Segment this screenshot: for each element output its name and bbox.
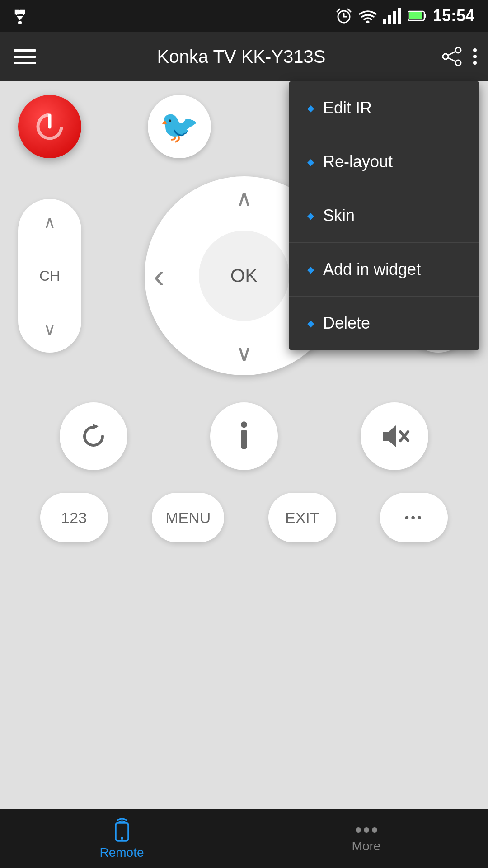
wifi-icon [359,9,377,23]
app-bar: Konka TV KK-Y313S [0,32,488,81]
exit-button[interactable]: EXIT [268,493,336,542]
menu-label: MENU [165,509,211,527]
exit-label: EXIT [285,509,319,527]
nav-item-more[interactable]: More [244,824,488,854]
ch-label: CH [39,268,60,284]
alarm-icon [335,7,352,24]
dropdown-label-re-layout: Re-layout [323,152,393,171]
svg-point-4 [366,21,369,24]
diamond-icon-delete: ◆ [307,318,314,329]
svg-point-13 [443,54,448,59]
dpad-left-button[interactable]: ‹ [154,257,164,294]
num-button[interactable]: 123 [40,493,108,542]
bottom-buttons-row: 123 MENU EXIT ••• [18,493,470,542]
info-icon [230,420,258,452]
dpad-down-icon: ∨ [236,340,253,366]
svg-point-31 [372,827,377,833]
app-bar-actions [442,47,479,66]
svg-point-0 [18,21,22,24]
diamond-icon-edit-ir: ◆ [307,103,314,113]
info-button[interactable] [210,402,278,470]
mute-icon [379,423,410,450]
dpad-up-icon: ∧ [236,185,253,212]
svg-line-16 [448,58,455,61]
status-bar-right-icons: 15:54 [335,6,474,25]
svg-point-14 [455,60,461,66]
mute-button[interactable] [361,402,428,470]
nav-remote-label: Remote [99,845,144,860]
dropdown-label-skin: Skin [323,206,355,225]
diamond-icon-re-layout: ◆ [307,156,314,167]
remote-nav-icon [109,817,135,843]
ch-up-icon [43,223,56,230]
nav-more-label: More [352,839,381,854]
power-icon [34,111,66,142]
share-icon[interactable] [442,47,462,66]
svg-point-19 [473,61,477,65]
svg-rect-7 [393,11,396,24]
status-bar: 15:54 [0,0,488,32]
svg-rect-5 [383,19,386,24]
bottom-nav: Remote More [0,809,488,868]
more-nav-icon [354,824,379,836]
dropdown-item-add-widget[interactable]: ◆ Add in widget [289,243,479,297]
dropdown-menu: ◆ Edit IR ◆ Re-layout ◆ Skin ◆ Add in wi… [289,81,479,350]
refresh-icon [78,420,109,452]
nav-item-remote[interactable]: Remote [0,817,244,860]
svg-marker-24 [383,425,396,447]
svg-rect-8 [398,8,401,24]
svg-point-17 [473,48,477,52]
svg-rect-6 [388,15,391,24]
ch-down-icon [43,330,56,336]
dropdown-item-delete[interactable]: ◆ Delete [289,297,479,350]
more-button-remote[interactable]: ••• [380,493,448,542]
svg-point-29 [356,827,361,833]
menu-line-1 [14,49,36,52]
menu-button-remote[interactable]: MENU [152,493,224,542]
refresh-button[interactable] [60,402,127,470]
dpad-down-button[interactable]: ∨ [236,340,253,366]
svg-point-12 [455,47,461,53]
svg-rect-11 [409,12,422,19]
app-title: Konka TV KK-Y313S [41,47,442,67]
usb-icon [14,7,26,25]
ok-button[interactable]: OK [199,231,289,321]
menu-button[interactable] [9,45,41,69]
diamond-icon-add-widget: ◆ [307,264,314,275]
ch-up-button[interactable] [43,212,56,232]
menu-line-3 [14,62,36,64]
power-button[interactable] [18,95,81,158]
dropdown-item-re-layout[interactable]: ◆ Re-layout [289,135,479,189]
logo-emoji: 🐦 [160,108,199,145]
ch-control: CH [18,199,81,353]
action-row [18,402,470,470]
svg-point-18 [473,55,477,58]
status-time: 15:54 [433,6,474,25]
dpad-left-icon: ‹ [154,257,164,294]
dropdown-label-edit-ir: Edit IR [323,99,372,118]
dpad-up-button[interactable]: ∧ [236,185,253,212]
svg-rect-10 [424,14,426,18]
svg-point-22 [241,421,247,428]
svg-point-28 [121,837,123,840]
dropdown-item-skin[interactable]: ◆ Skin [289,189,479,243]
dropdown-label-add-widget: Add in widget [323,260,421,279]
svg-line-15 [448,52,455,55]
logo-button[interactable]: 🐦 [148,95,211,158]
overflow-menu-icon[interactable] [471,47,479,66]
ch-down-button[interactable] [43,319,56,339]
menu-line-2 [14,56,36,58]
dropdown-item-edit-ir[interactable]: ◆ Edit IR [289,81,479,135]
diamond-icon-skin: ◆ [307,210,314,221]
svg-point-30 [364,827,369,833]
dropdown-label-delete: Delete [323,314,370,333]
battery-icon [408,9,427,22]
svg-rect-23 [241,430,247,449]
ok-label: OK [230,265,258,287]
more-dots-label: ••• [405,510,423,525]
status-bar-left-icons [14,7,26,25]
num-label: 123 [61,509,87,527]
signal-icon [383,8,401,24]
